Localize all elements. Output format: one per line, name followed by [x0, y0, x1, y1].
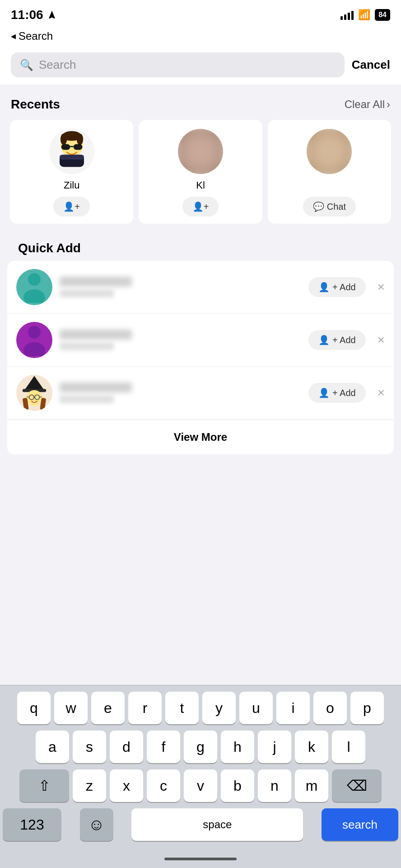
key-z[interactable]: z: [73, 769, 106, 802]
search-input-wrap[interactable]: 🔍 Search: [11, 52, 345, 77]
zilu-add-button[interactable]: 👤+: [53, 197, 90, 217]
back-nav[interactable]: ◂ Search: [0, 27, 401, 48]
clear-all-label: Clear All: [345, 98, 385, 111]
key-c[interactable]: c: [147, 769, 180, 802]
key-n[interactable]: n: [258, 769, 291, 802]
kl-name: Kl: [196, 179, 205, 191]
qa-name-blurred-2: [60, 330, 132, 340]
chat-label: Chat: [327, 202, 346, 212]
zilu-avatar: [49, 129, 94, 174]
space-label: space: [203, 818, 232, 831]
qa-add-button-1[interactable]: 👤 + Add: [308, 277, 366, 297]
recent-card-blurred: 💬 Chat: [268, 120, 391, 224]
qa-dismiss-button-3[interactable]: ×: [373, 386, 385, 400]
zilu-avatar-image: [51, 131, 92, 172]
qa-avatar-1: [16, 269, 52, 305]
recents-header: Recents Clear All ›: [0, 94, 401, 117]
qa-name-blurred-1: [60, 277, 132, 287]
numbers-label: 123: [20, 816, 44, 833]
qa-avatar-2: [16, 322, 52, 358]
quick-add-item-1: 👤 + Add ×: [7, 261, 394, 314]
key-g[interactable]: g: [184, 731, 217, 763]
key-s[interactable]: s: [73, 731, 106, 763]
key-space[interactable]: space: [131, 808, 303, 841]
search-placeholder: Search: [39, 58, 76, 72]
key-k[interactable]: k: [295, 731, 328, 763]
key-h[interactable]: h: [221, 731, 254, 763]
key-shift[interactable]: ⇧: [19, 769, 69, 802]
key-j[interactable]: j: [258, 731, 291, 763]
recents-grid: Zilu 👤+ Kl 👤+ 💬 Chat: [0, 117, 401, 226]
key-w[interactable]: w: [54, 692, 88, 724]
key-e[interactable]: e: [91, 692, 125, 724]
key-i[interactable]: i: [276, 692, 310, 724]
quick-add-title: Quick Add: [18, 241, 81, 255]
key-t[interactable]: t: [165, 692, 199, 724]
key-o[interactable]: o: [313, 692, 347, 724]
key-p[interactable]: p: [350, 692, 384, 724]
kl-add-button[interactable]: 👤+: [182, 197, 219, 217]
svg-rect-6: [61, 144, 70, 150]
status-time: 11:06: [11, 8, 57, 22]
key-r[interactable]: r: [128, 692, 162, 724]
key-f[interactable]: f: [147, 731, 180, 763]
add-user-icon-kl: 👤+: [192, 201, 209, 212]
key-backspace[interactable]: ⌫: [332, 769, 382, 802]
home-indicator: [3, 850, 398, 868]
qa-add-button-3[interactable]: 👤 + Add: [308, 383, 366, 403]
qa-info-3: [60, 382, 301, 403]
key-m[interactable]: m: [295, 769, 328, 802]
key-u[interactable]: u: [239, 692, 273, 724]
key-d[interactable]: d: [110, 731, 143, 763]
keyboard-row-2: a s d f g h j k l: [3, 731, 398, 763]
main-content: Recents Clear All ›: [0, 85, 401, 454]
qa-info-1: [60, 277, 301, 297]
add-icon-3: 👤: [318, 387, 330, 398]
battery-icon: 84: [375, 9, 390, 21]
svg-line-22: [39, 397, 42, 397]
recent-card-zilu: Zilu 👤+: [10, 120, 133, 224]
teal-person-icon: [21, 271, 48, 303]
qa-dismiss-button-2[interactable]: ×: [373, 333, 385, 347]
qa-add-button-2[interactable]: 👤 + Add: [308, 330, 366, 350]
status-bar: 11:06 📶 84: [0, 0, 401, 27]
signal-icon: [340, 10, 354, 20]
recent-card-kl: Kl 👤+: [139, 120, 262, 224]
clear-all-button[interactable]: Clear All ›: [345, 98, 390, 111]
svg-rect-7: [73, 144, 82, 150]
home-bar: [164, 858, 237, 860]
cancel-button[interactable]: Cancel: [352, 58, 390, 72]
key-x[interactable]: x: [110, 769, 143, 802]
quick-add-item-2: 👤 + Add ×: [7, 314, 394, 367]
chat-button[interactable]: 💬 Chat: [303, 197, 356, 217]
key-l[interactable]: l: [332, 731, 365, 763]
status-icons: 📶 84: [340, 9, 390, 21]
key-v[interactable]: v: [184, 769, 217, 802]
add-icon-1: 👤: [318, 282, 330, 292]
svg-point-12: [23, 342, 45, 356]
svg-point-5: [76, 133, 83, 145]
blurred-name: [328, 179, 331, 191]
search-key-label: search: [342, 818, 378, 832]
svg-point-11: [28, 326, 41, 339]
key-b[interactable]: b: [221, 769, 254, 802]
svg-point-4: [60, 133, 66, 145]
purple-person-icon: [21, 324, 48, 356]
svg-marker-13: [24, 376, 44, 390]
qa-dismiss-button-1[interactable]: ×: [373, 280, 385, 294]
blurred-avatar: [307, 129, 352, 174]
svg-rect-2: [60, 155, 84, 160]
key-a[interactable]: a: [36, 731, 69, 763]
key-search[interactable]: search: [322, 808, 398, 841]
keyboard-row-3: ⇧ z x c v b n m ⌫: [3, 769, 398, 802]
qa-name-blurred-3: [60, 382, 132, 392]
keyboard: q w e r t y u i o p a s d f g h j k l ⇧ …: [0, 685, 401, 868]
zilu-name: Zilu: [64, 179, 79, 191]
key-q[interactable]: q: [17, 692, 51, 724]
key-y[interactable]: y: [202, 692, 236, 724]
key-emoji[interactable]: ☺: [80, 808, 113, 841]
wifi-icon: 📶: [358, 9, 370, 21]
back-arrow-icon: ◂: [11, 30, 16, 42]
view-more-button[interactable]: View More: [174, 431, 227, 443]
key-numbers[interactable]: 123: [3, 808, 61, 841]
